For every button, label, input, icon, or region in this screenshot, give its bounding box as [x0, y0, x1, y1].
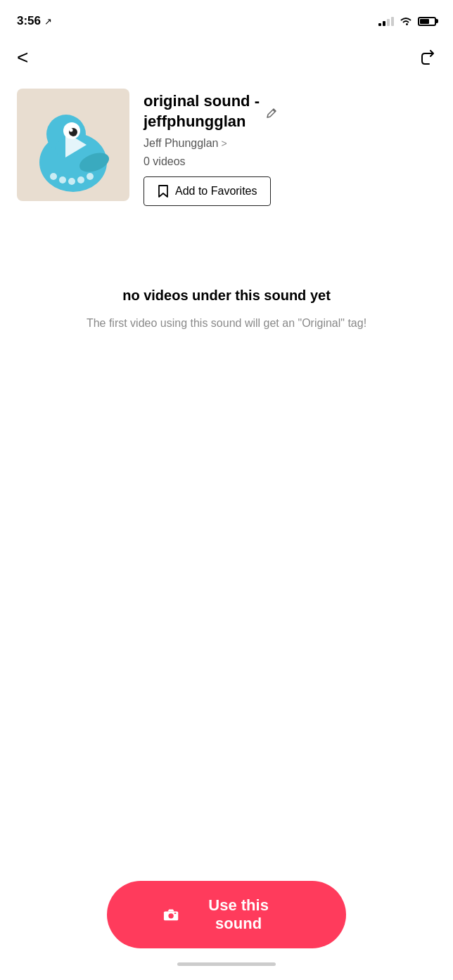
home-indicator [177, 962, 276, 966]
back-button[interactable]: < [17, 46, 28, 69]
bookmark-icon [157, 184, 170, 198]
svg-point-6 [50, 173, 57, 180]
battery-icon [418, 17, 436, 26]
empty-state: no videos under this sound yet The first… [0, 245, 453, 346]
empty-state-subtitle: The first video using this sound will ge… [87, 315, 366, 332]
edit-icon[interactable] [265, 107, 278, 120]
svg-point-10 [87, 173, 94, 180]
signal-bars [378, 16, 394, 26]
svg-point-4 [70, 129, 73, 132]
sound-header: original sound - jeffphungglan Jeff Phun… [0, 77, 453, 217]
svg-point-13 [168, 913, 173, 918]
camera-icon [163, 908, 179, 922]
sound-video-count: 0 videos [143, 155, 436, 168]
sound-title: original sound - jeffphungglan [143, 91, 436, 131]
status-bar: 3:56 ↗ [0, 0, 453, 38]
nav-bar: < [0, 38, 453, 77]
empty-state-title: no videos under this sound yet [122, 288, 331, 304]
location-icon: ↗ [44, 16, 52, 27]
sound-thumbnail[interactable] [17, 89, 129, 201]
sound-info: original sound - jeffphungglan Jeff Phun… [143, 89, 436, 206]
author-chevron: > [221, 138, 226, 149]
status-time: 3:56 [17, 14, 41, 28]
svg-point-9 [77, 176, 84, 183]
status-icons [378, 16, 436, 26]
svg-point-7 [59, 176, 66, 183]
svg-point-8 [68, 178, 75, 185]
svg-rect-14 [174, 913, 177, 914]
wifi-icon [400, 16, 412, 26]
signal-bar-1 [378, 23, 381, 26]
use-this-sound-button[interactable]: Use this sound [107, 881, 346, 948]
add-to-favorites-button[interactable]: Add to Favorites [143, 176, 271, 206]
bottom-area: Use this sound [0, 881, 453, 980]
play-button[interactable] [65, 132, 87, 157]
sound-author[interactable]: Jeff Phungglan > [143, 137, 436, 150]
signal-bar-2 [383, 21, 385, 26]
battery-fill [420, 19, 429, 24]
signal-bar-3 [387, 19, 390, 26]
share-button[interactable] [418, 49, 436, 67]
signal-bar-4 [391, 17, 394, 26]
